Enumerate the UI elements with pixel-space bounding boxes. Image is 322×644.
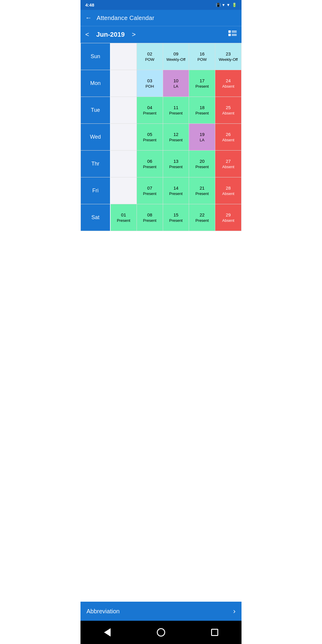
day-number: 14 bbox=[174, 185, 179, 191]
calendar-cell-thr-4[interactable]: 20Present bbox=[189, 151, 215, 177]
day-number: 27 bbox=[226, 158, 231, 164]
svg-rect-0 bbox=[228, 30, 231, 33]
day-status: Present bbox=[169, 111, 183, 116]
status-icons: 📳 ▾ ▼ 🔋 bbox=[216, 3, 237, 7]
day-label-tue: Tue bbox=[81, 97, 111, 124]
day-number: 12 bbox=[174, 131, 179, 137]
calendar-cell-thr-2[interactable]: 06Present bbox=[137, 151, 163, 177]
abbreviation-arrow: › bbox=[233, 607, 236, 615]
abbreviation-bar[interactable]: Abbreviation › bbox=[80, 602, 242, 621]
day-status: Present bbox=[195, 84, 209, 89]
svg-rect-5 bbox=[232, 35, 237, 36]
calendar-cell-sat-3[interactable]: 15Present bbox=[163, 204, 189, 231]
calendar-cell-wed-1 bbox=[111, 124, 137, 151]
month-nav-center: < Jun-2019 > bbox=[85, 31, 136, 38]
calendar-cell-wed-2[interactable]: 05Present bbox=[137, 124, 163, 151]
day-number: 04 bbox=[147, 104, 152, 111]
calendar-cell-wed-4[interactable]: 19LA bbox=[189, 124, 215, 151]
status-bar: 4:48 📳 ▾ ▼ 🔋 bbox=[80, 0, 242, 10]
calendar-cell-mon-1 bbox=[111, 70, 137, 97]
day-number: 15 bbox=[174, 212, 179, 218]
day-status: Present bbox=[169, 218, 183, 223]
day-number: 10 bbox=[174, 78, 179, 84]
day-number: 11 bbox=[174, 104, 179, 111]
day-number: 22 bbox=[199, 212, 205, 218]
day-status: Present bbox=[143, 137, 157, 143]
battery-icon: 🔋 bbox=[232, 3, 237, 7]
day-number: 13 bbox=[174, 158, 179, 164]
calendar-cell-sun-1 bbox=[111, 43, 137, 70]
calendar-cell-tue-4[interactable]: 18Present bbox=[189, 97, 215, 124]
calendar-cell-mon-3[interactable]: 10LA bbox=[163, 70, 189, 97]
day-status: Present bbox=[117, 218, 130, 223]
abbreviation-label: Abbreviation bbox=[86, 608, 120, 615]
status-time: 4:48 bbox=[85, 2, 94, 7]
day-number: 17 bbox=[199, 78, 205, 84]
day-status: Present bbox=[169, 191, 183, 196]
day-status: Absent bbox=[222, 137, 234, 143]
calendar-cell-tue-3[interactable]: 11Present bbox=[163, 97, 189, 124]
calendar-cell-thr-5[interactable]: 27Absent bbox=[215, 151, 242, 177]
day-status: Weekly-Off bbox=[219, 57, 238, 62]
calendar-cell-thr-1 bbox=[111, 151, 137, 177]
calendar-cell-sat-2[interactable]: 08Present bbox=[137, 204, 163, 231]
back-button[interactable]: ← bbox=[85, 14, 92, 22]
calendar-cell-tue-5[interactable]: 25Absent bbox=[215, 97, 242, 124]
calendar-cell-wed-3[interactable]: 12Present bbox=[163, 124, 189, 151]
day-number: 21 bbox=[199, 185, 205, 191]
calendar-cell-fri-5[interactable]: 28Absent bbox=[215, 177, 242, 204]
day-label-thr: Thr bbox=[81, 151, 111, 177]
day-number: 28 bbox=[226, 185, 231, 191]
day-status: Present bbox=[195, 111, 209, 116]
day-status: POH bbox=[145, 84, 154, 89]
day-number: 16 bbox=[199, 51, 205, 57]
day-status: Absent bbox=[222, 218, 234, 223]
day-number: 06 bbox=[147, 158, 152, 164]
month-label: Jun-2019 bbox=[96, 31, 125, 38]
home-nav-icon bbox=[157, 628, 165, 637]
app-bar: ← Attendance Calendar bbox=[80, 10, 242, 26]
day-number: 02 bbox=[147, 51, 152, 57]
day-status: Weekly-Off bbox=[166, 57, 185, 62]
prev-month-button[interactable]: < bbox=[85, 31, 89, 38]
back-nav-button[interactable] bbox=[100, 625, 115, 640]
calendar-cell-mon-4[interactable]: 17Present bbox=[189, 70, 215, 97]
recents-nav-icon bbox=[211, 629, 218, 636]
calendar-cell-sun-2[interactable]: 02POW bbox=[137, 43, 163, 70]
calendar-cell-sun-4[interactable]: 16POW bbox=[189, 43, 215, 70]
vibrate-icon: 📳 bbox=[216, 3, 221, 7]
day-status: Absent bbox=[222, 191, 234, 196]
home-nav-button[interactable] bbox=[154, 625, 168, 640]
calendar-cell-sat-4[interactable]: 22Present bbox=[189, 204, 215, 231]
day-number: 18 bbox=[199, 104, 205, 111]
calendar-cell-sun-3[interactable]: 09Weekly-Off bbox=[163, 43, 189, 70]
next-month-button[interactable]: > bbox=[132, 31, 136, 38]
list-view-button[interactable] bbox=[228, 30, 237, 39]
day-status: Present bbox=[169, 164, 183, 170]
day-number: 08 bbox=[147, 212, 152, 218]
svg-rect-2 bbox=[232, 32, 237, 32]
calendar-cell-thr-3[interactable]: 13Present bbox=[163, 151, 189, 177]
calendar-cell-sat-5[interactable]: 29Absent bbox=[215, 204, 242, 231]
calendar-cell-mon-2[interactable]: 03POH bbox=[137, 70, 163, 97]
day-status: Absent bbox=[222, 164, 234, 170]
calendar-grid: Sun02POW09Weekly-Off16POW23Weekly-OffMon… bbox=[80, 43, 242, 231]
day-status: Present bbox=[143, 111, 157, 116]
day-number: 03 bbox=[147, 78, 152, 84]
calendar-cell-fri-3[interactable]: 14Present bbox=[163, 177, 189, 204]
calendar-cell-fri-4[interactable]: 21Present bbox=[189, 177, 215, 204]
svg-rect-1 bbox=[232, 31, 237, 31]
day-label-fri: Fri bbox=[81, 177, 111, 204]
calendar-cell-fri-2[interactable]: 07Present bbox=[137, 177, 163, 204]
calendar-cell-mon-5[interactable]: 24Absent bbox=[215, 70, 242, 97]
day-status: POW bbox=[197, 57, 207, 62]
wifi-icon: ▼ bbox=[226, 3, 230, 7]
calendar-cell-sat-1[interactable]: 01Present bbox=[111, 204, 137, 231]
bottom-nav bbox=[80, 621, 242, 644]
calendar-cell-tue-2[interactable]: 04Present bbox=[137, 97, 163, 124]
day-status: Present bbox=[195, 191, 209, 196]
calendar-cell-sun-5[interactable]: 23Weekly-Off bbox=[215, 43, 242, 70]
calendar-cell-wed-5[interactable]: 26Absent bbox=[215, 124, 242, 151]
recents-nav-button[interactable] bbox=[207, 625, 222, 640]
day-label-sat: Sat bbox=[81, 204, 111, 231]
